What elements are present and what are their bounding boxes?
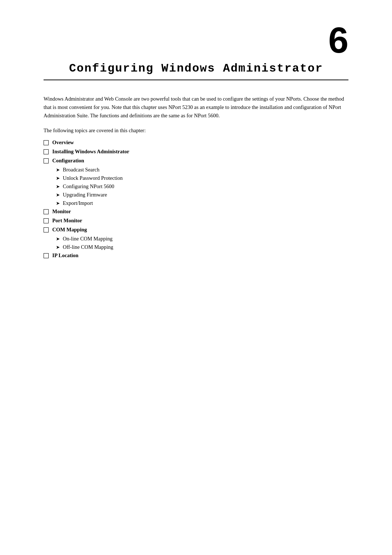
arrow-icon-unlock-password: ➤ (56, 175, 60, 181)
chapter-number: 6 (44, 22, 348, 58)
arrow-icon-broadcast-search: ➤ (56, 167, 60, 173)
checkbox-icon-com-mapping (44, 227, 49, 232)
arrow-icon-upgrading-firmware: ➤ (56, 192, 60, 198)
sub-item-unlock-password: ➤ Unlock Password Protection (56, 175, 348, 181)
page-container: 6 Configuring Windows Administrator Wind… (0, 0, 392, 555)
sub-label-offline-com: Off-line COM Mapping (63, 244, 113, 250)
checkbox-icon-monitor (44, 209, 49, 214)
topics-intro: The following topics are covered in this… (44, 127, 348, 134)
toc-list: Overview Installing Windows Administrato… (44, 139, 348, 259)
sub-label-export-import: Export/Import (63, 200, 93, 206)
toc-label-overview: Overview (52, 139, 74, 146)
sub-label-upgrading-firmware: Upgrading Firmware (63, 192, 107, 198)
toc-label-ip-location: IP Location (52, 252, 78, 259)
arrow-icon-configuring-nport: ➤ (56, 184, 60, 190)
toc-label-configuration: Configuration (52, 158, 84, 164)
sub-item-online-com: ➤ On-line COM Mapping (56, 236, 348, 242)
sub-item-export-import: ➤ Export/Import (56, 200, 348, 206)
sub-label-online-com: On-line COM Mapping (63, 236, 113, 242)
sub-item-offline-com: ➤ Off-line COM Mapping (56, 244, 348, 250)
sub-item-broadcast-search: ➤ Broadcast Search (56, 167, 348, 173)
checkbox-icon-configuration (44, 158, 49, 163)
checkbox-icon-installing (44, 149, 49, 154)
chapter-title: Configuring Windows Administrator (44, 62, 348, 80)
checkbox-icon-ip-location (44, 253, 49, 258)
toc-item-installing: Installing Windows Administrator (44, 149, 348, 155)
toc-item-overview: Overview (44, 139, 348, 146)
sub-label-broadcast-search: Broadcast Search (63, 167, 99, 173)
sub-label-unlock-password: Unlock Password Protection (63, 175, 123, 181)
sub-list-com-mapping: ➤ On-line COM Mapping ➤ Off-line COM Map… (56, 236, 348, 250)
checkbox-icon-overview (44, 140, 49, 145)
arrow-icon-offline-com: ➤ (56, 244, 60, 250)
sub-item-configuring-nport: ➤ Configuring NPort 5600 (56, 183, 348, 190)
toc-label-monitor: Monitor (52, 208, 71, 215)
sub-label-configuring-nport: Configuring NPort 5600 (63, 183, 114, 190)
toc-label-installing: Installing Windows Administrator (52, 149, 129, 155)
toc-item-port-monitor: Port Monitor (44, 218, 348, 224)
arrow-icon-export-import: ➤ (56, 200, 60, 206)
sub-item-upgrading-firmware: ➤ Upgrading Firmware (56, 192, 348, 198)
toc-label-com-mapping: COM Mapping (52, 227, 87, 233)
toc-item-ip-location: IP Location (44, 252, 348, 259)
checkbox-icon-port-monitor (44, 218, 49, 223)
toc-item-monitor: Monitor (44, 208, 348, 215)
arrow-icon-online-com: ➤ (56, 236, 60, 242)
intro-paragraph-1: Windows Administrator and Web Console ar… (44, 95, 348, 120)
toc-label-port-monitor: Port Monitor (52, 218, 82, 224)
toc-item-com-mapping: COM Mapping (44, 227, 348, 233)
toc-item-configuration: Configuration (44, 158, 348, 164)
sub-list-configuration: ➤ Broadcast Search ➤ Unlock Password Pro… (56, 167, 348, 206)
